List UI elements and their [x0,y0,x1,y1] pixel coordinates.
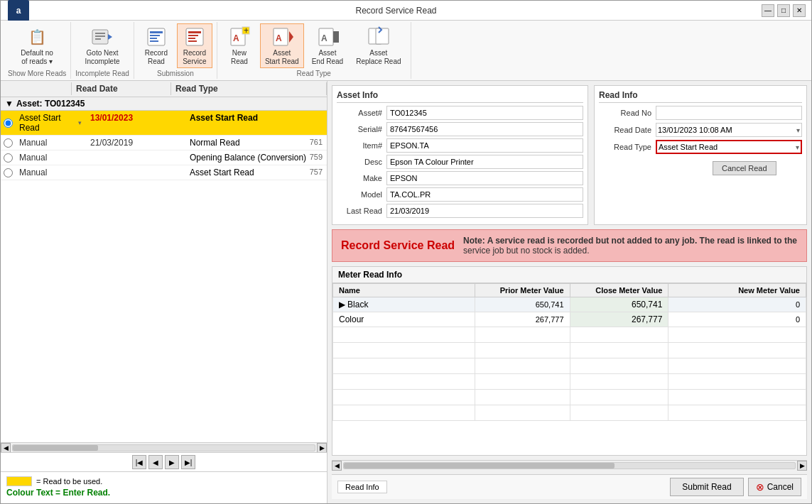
desc-value: Epson TA Colour Printer [386,155,583,169]
hscroll-left-btn[interactable]: ◀ [1,443,11,453]
row-radio-1[interactable] [1,119,15,128]
meter-expand-icon[interactable]: ▶ [339,300,345,309]
row-radio-2[interactable] [1,138,15,148]
meter-black-new-input[interactable] [674,300,800,309]
col-header-read-type: Read Type [171,82,327,95]
cancel-read-area: Cancel Read [656,158,802,175]
nav-first-btn[interactable]: |◀ [132,455,146,469]
make-field: Make EPSON [337,171,583,185]
ribbon-label-record-read: RecordRead [145,49,168,66]
row-dropdown-icon[interactable]: ▾ [78,119,82,126]
meter-empty-row-2 [333,343,806,358]
nav-last-btn[interactable]: ▶| [181,455,195,469]
serial-num-value: 87647567456 [386,122,583,136]
read-date-value[interactable]: 13/01/2023 10:08 AM ▾ [656,123,802,137]
svg-rect-12 [188,35,198,36]
read-type-label: Read Type [599,143,656,151]
item-num-field: Item# EPSON.TA [337,138,583,153]
meter-hscroll-track [343,462,796,469]
meter-colour-new[interactable] [668,312,806,327]
legend-row-green: Colour Text = Enter Read. [6,488,321,498]
svg-rect-11 [188,31,201,33]
maximize-button[interactable]: □ [777,4,790,17]
new-read-icon: A + [228,26,251,48]
meter-hscroll-right-btn[interactable]: ▶ [797,461,807,471]
cancel-read-button[interactable]: Cancel Read [713,161,776,175]
submit-read-button[interactable]: Submit Read [670,478,743,496]
meter-empty-row-5 [333,390,806,405]
bottom-bar: Read Info Submit Read ⊗ Cancel [332,474,807,499]
model-value: TA.COL.PR [386,187,583,202]
ribbon-group-label-read-type: Read Type [297,70,331,77]
cell-type-1: Asset Start Read [185,111,327,135]
meter-empty-row-3 [333,358,806,374]
left-hscroll[interactable]: ◀ ▶ [1,442,327,452]
meter-hscroll-left-btn[interactable]: ◀ [332,461,342,471]
ribbon-group-label-show-more: Show More Reads [8,70,66,77]
bottom-actions: Submit Read ⊗ Cancel [670,478,801,496]
col-header-read-date: Read Date [72,82,171,95]
legend-yellow-label: = Read to be used. [36,477,102,486]
meter-col-prior: Prior Meter Value [475,284,570,297]
meter-col-new: New Meter Value [668,284,806,297]
ribbon-btn-default-no-reads[interactable]: 📋 Default noof reads ▾ [16,23,58,68]
cell-read-4: Manual [15,165,86,180]
ribbon-label-record-service: RecordService [183,49,206,66]
svg-rect-7 [150,35,160,36]
read-info-tab[interactable]: Read Info [337,481,387,493]
row-radio-4[interactable] [1,168,15,177]
ribbon-btn-asset-start-read[interactable]: A AssetStart Read [260,23,304,68]
meter-empty-row-1 [333,327,806,343]
asset-num-label: Asset# [337,109,386,117]
svg-rect-13 [188,38,195,39]
asset-row: ▼ Asset: TO012345 [1,97,327,111]
cancel-icon: ⊗ [756,481,764,493]
table-row[interactable]: Asset Start Read ▾ 13/01/2023 Asset Star… [1,111,327,136]
ribbon-btn-goto-next[interactable]: Goto NextIncomplete [80,23,125,68]
meter-colour-prior: 267,777 [475,312,570,327]
table-row[interactable]: Manual Asset Start Read 757 [1,165,327,180]
read-type-value[interactable]: Asset Start Read ▾ [656,140,802,154]
read-type-dropdown-icon[interactable]: ▾ [796,143,799,151]
last-read-field: Last Read 21/03/2019 [337,204,583,218]
table-row[interactable]: Manual 21/03/2019 Normal Read 761 [1,136,327,150]
ribbon-btn-asset-replace-read[interactable]: AssetReplace Read [351,23,406,68]
svg-rect-14 [188,40,197,42]
read-date-field: Read Date 13/01/2023 10:08 AM ▾ [599,123,802,137]
ribbon-btn-record-read[interactable]: RecordRead [139,23,174,68]
read-no-input[interactable] [656,106,802,120]
meter-colour-new-input[interactable] [674,315,800,324]
item-num-value: EPSON.TA [386,138,583,153]
meter-hscroll[interactable]: ◀ ▶ [332,460,807,470]
svg-rect-10 [186,28,203,45]
hscroll-right-btn[interactable]: ▶ [317,443,327,453]
legend-row-yellow: = Read to be used. [6,476,321,486]
ribbon-btn-new-read[interactable]: A + NewRead [222,23,257,68]
nav-next-btn[interactable]: ▶ [165,455,179,469]
ribbon-label-asset-end-read: AssetEnd Read [312,49,343,66]
svg-rect-5 [148,28,165,45]
row-radio-3[interactable] [1,153,15,163]
nav-prev-btn[interactable]: ◀ [148,455,163,469]
row-cells-1: Asset Start Read ▾ 13/01/2023 Asset Star… [15,111,327,135]
svg-text:A: A [276,33,282,43]
close-button[interactable]: ✕ [793,4,806,17]
last-read-value: 21/03/2019 [386,204,583,218]
cell-date-4 [86,165,185,180]
ribbon-btn-record-service[interactable]: RecordService [177,23,212,68]
svg-text:+: + [244,26,249,35]
minimize-button[interactable]: — [762,4,774,17]
svg-rect-0 [92,30,108,44]
read-date-dropdown-icon[interactable]: ▾ [796,126,800,134]
table-header: Read Date Read Type [1,81,327,97]
svg-text:A: A [321,33,327,43]
cell-type-2: Normal Read 761 [185,136,327,150]
cancel-button[interactable]: ⊗ Cancel [748,478,801,496]
table-row[interactable]: Manual Opening Balance (Conversion) 759 [1,150,327,165]
ribbon-group-incomplete: Goto NextIncomplete Incomplete Read [71,22,134,79]
service-banner: Record Service Read Note: A service read… [332,229,807,262]
meter-black-new[interactable] [668,297,806,312]
ribbon-btn-asset-end-read[interactable]: A AssetEnd Read [307,23,348,68]
ribbon-label-default-reads: Default noof reads ▾ [21,49,53,66]
meter-title: Meter Read Info [332,267,806,283]
